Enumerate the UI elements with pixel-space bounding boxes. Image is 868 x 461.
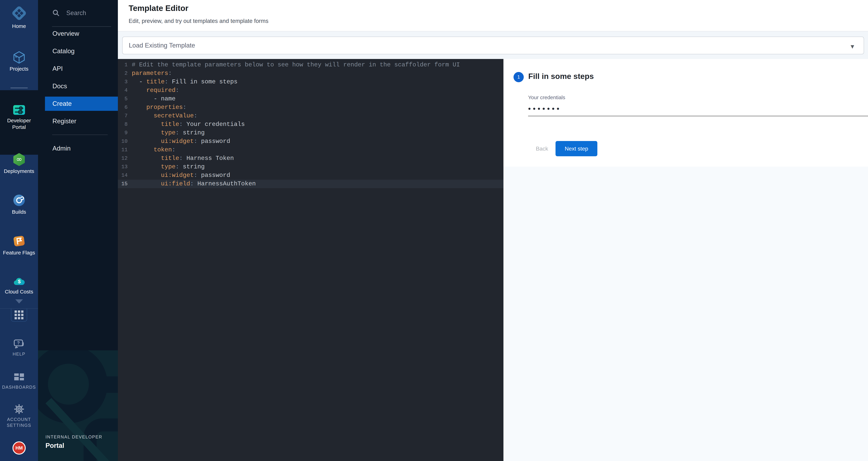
template-form-preview: 1 Fill in some steps Your credentials ••… bbox=[503, 59, 868, 461]
rail-item-dashboards[interactable]: DASHBOARDS bbox=[0, 372, 38, 390]
line-number: 5 bbox=[118, 95, 132, 103]
back-button[interactable]: Back bbox=[532, 141, 552, 156]
brand-kicker: INTERNAL DEVELOPER bbox=[45, 434, 102, 439]
line-number: 10 bbox=[118, 137, 132, 146]
code-text: type: string bbox=[132, 163, 205, 171]
yaml-code-editor[interactable]: 1# Edit the template parameters below to… bbox=[118, 59, 503, 461]
credentials-field-label: Your credentials bbox=[528, 95, 565, 100]
rail-item-projects[interactable]: Projects bbox=[0, 51, 38, 72]
input-underline bbox=[528, 116, 868, 117]
rail-item-label: SETTINGS bbox=[0, 422, 38, 428]
code-line-12[interactable]: 12 title: Harness Token bbox=[118, 154, 503, 163]
chevron-down-icon[interactable] bbox=[15, 299, 23, 303]
rail-item-deployments[interactable]: ∞ Deployments bbox=[0, 153, 38, 174]
code-text: - name bbox=[132, 95, 176, 103]
code-line-14[interactable]: 14 ui:widget: password bbox=[118, 171, 503, 180]
code-text: required: bbox=[132, 86, 179, 95]
help-chat-icon: ? bbox=[13, 338, 25, 349]
sidenav-menu: OverviewCatalogAPIDocsCreateRegisterAdmi… bbox=[38, 25, 118, 157]
code-line-7[interactable]: 7 secretValue: bbox=[118, 112, 503, 120]
rail-item-account-settings[interactable]: ACCOUNT SETTINGS bbox=[0, 404, 38, 428]
rail-divider bbox=[10, 88, 28, 88]
rail-item-label: Builds bbox=[0, 209, 38, 215]
sidebar-item-catalog[interactable]: Catalog bbox=[38, 42, 118, 60]
line-number: 14 bbox=[118, 171, 132, 180]
search-input[interactable]: Search bbox=[52, 7, 111, 19]
line-number: 8 bbox=[118, 120, 132, 129]
sidebar-item-register[interactable]: Register bbox=[38, 112, 118, 130]
code-text: secretValue: bbox=[132, 112, 197, 120]
rail-item-feature-flags[interactable]: Feature Flags bbox=[0, 234, 38, 256]
svg-text:∞: ∞ bbox=[16, 155, 22, 163]
line-number: 15 bbox=[118, 180, 132, 188]
code-text: type: string bbox=[132, 129, 205, 137]
code-line-15[interactable]: 15 ui:field: HarnessAuthToken bbox=[118, 180, 503, 188]
code-text: # Edit the template parameters below to … bbox=[132, 61, 460, 69]
sidebar-item-docs[interactable]: Docs bbox=[38, 77, 118, 95]
deployments-icon: ∞ bbox=[12, 153, 26, 166]
code-line-13[interactable]: 13 type: string bbox=[118, 163, 503, 171]
code-line-2[interactable]: 2parameters: bbox=[118, 69, 503, 78]
code-line-11[interactable]: 11 token: bbox=[118, 146, 503, 154]
sidebar: Search OverviewCatalogAPIDocsCreateRegis… bbox=[38, 0, 118, 461]
grid-icon bbox=[14, 310, 24, 319]
rail-item-label: Portal bbox=[0, 124, 38, 130]
code-line-9[interactable]: 9 type: string bbox=[118, 129, 503, 137]
load-template-dropdown[interactable]: Load Existing Template ▼ bbox=[122, 37, 864, 54]
step-title: Fill in some steps bbox=[528, 72, 594, 81]
code-text: ui:widget: password bbox=[132, 171, 230, 180]
code-text: token: bbox=[132, 146, 176, 154]
rail-item-label: Deployments bbox=[0, 168, 38, 174]
code-line-6[interactable]: 6 properties: bbox=[118, 103, 503, 112]
rail-item-label: Cloud Costs bbox=[0, 289, 38, 295]
dropdown-value: Load Existing Template bbox=[129, 42, 195, 49]
developer-portal-icon bbox=[12, 104, 26, 116]
sidebar-item-admin[interactable]: Admin bbox=[38, 140, 118, 157]
caret-down-icon: ▼ bbox=[849, 43, 855, 50]
credentials-password-input[interactable]: ••••••• bbox=[528, 104, 561, 113]
search-placeholder: Search bbox=[66, 9, 86, 17]
line-number: 12 bbox=[118, 154, 132, 163]
step-number-badge: 1 bbox=[514, 72, 524, 82]
svg-text:$: $ bbox=[18, 278, 21, 284]
sidebar-item-create[interactable]: Create bbox=[45, 97, 118, 111]
sidebar-item-overview[interactable]: Overview bbox=[38, 25, 118, 42]
code-line-3[interactable]: 3 - title: Fill in some steps bbox=[118, 78, 503, 86]
gear-icon bbox=[13, 404, 25, 415]
page-subtitle: Edit, preview, and try out templates and… bbox=[129, 18, 268, 24]
rail-item-label: HELP bbox=[0, 351, 38, 357]
code-text: title: Your credentials bbox=[132, 120, 245, 129]
code-line-8[interactable]: 8 title: Your credentials bbox=[118, 120, 503, 129]
svg-text:?: ? bbox=[17, 340, 20, 345]
rail-item-label: DASHBOARDS bbox=[0, 384, 38, 390]
user-avatar[interactable]: HM bbox=[12, 441, 26, 455]
code-line-10[interactable]: 10 ui:widget: password bbox=[118, 137, 503, 146]
line-number: 13 bbox=[118, 163, 132, 171]
cloud-costs-icon: $ bbox=[12, 275, 26, 287]
template-toolbar: Load Existing Template ▼ ✕ bbox=[118, 31, 868, 59]
rail-item-home[interactable]: Home bbox=[0, 5, 38, 30]
page-title: Template Editor bbox=[129, 3, 188, 13]
builds-icon bbox=[12, 194, 26, 207]
rail-item-cloud-costs[interactable]: $ Cloud Costs bbox=[0, 275, 38, 295]
line-number: 6 bbox=[118, 103, 132, 112]
rail-item-builds[interactable]: Builds bbox=[0, 194, 38, 215]
rail-item-label: Developer bbox=[0, 117, 38, 124]
rail-item-help[interactable]: ? HELP bbox=[0, 338, 38, 357]
line-number: 1 bbox=[118, 61, 132, 69]
code-line-1[interactable]: 1# Edit the template parameters below to… bbox=[118, 61, 503, 69]
module-picker-button[interactable] bbox=[11, 308, 27, 322]
code-text: title: Harness Token bbox=[132, 154, 234, 163]
next-step-button[interactable]: Next step bbox=[556, 141, 597, 156]
rail-item-label: ACCOUNT bbox=[0, 417, 38, 422]
rail-item-label: Projects bbox=[0, 66, 38, 72]
sidebar-item-api[interactable]: API bbox=[38, 60, 118, 77]
code-text: ui:field: HarnessAuthToken bbox=[132, 180, 256, 188]
brand-name: Portal bbox=[45, 442, 64, 449]
line-number: 9 bbox=[118, 129, 132, 137]
rail-item-developer-portal[interactable]: Developer Portal bbox=[0, 104, 38, 130]
sidenav-divider bbox=[38, 130, 118, 140]
code-line-5[interactable]: 5 - name bbox=[118, 95, 503, 103]
code-line-4[interactable]: 4 required: bbox=[118, 86, 503, 95]
code-text: parameters: bbox=[132, 69, 172, 78]
